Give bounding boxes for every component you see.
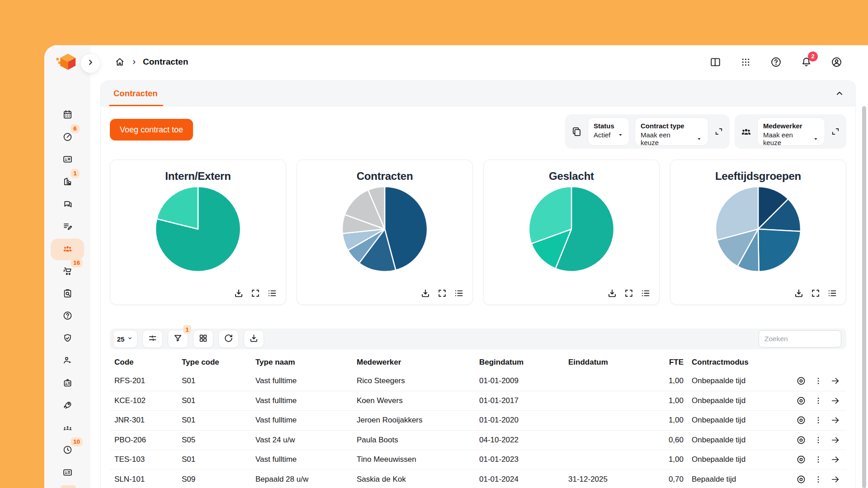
sidebar-item-contact-card[interactable] [51,462,84,484]
filter-select-status[interactable]: StatusActief [588,117,629,145]
notes-edit-icon [62,221,73,233]
refresh-button[interactable] [218,330,239,348]
row-actions [792,375,846,386]
row-arrow-right-icon[interactable] [830,375,841,386]
sidebar-item-clock-history[interactable]: 10 [51,440,84,462]
table-row[interactable]: KCE-102S01Vast fulltimeKoen Wevers01-01-… [110,391,846,411]
row-kebab-icon[interactable] [813,455,823,465]
row-kebab-icon[interactable] [813,474,823,484]
column-header-begindatum: Begindatum [479,358,568,367]
id-badge-icon [62,378,73,390]
sidebar-item-shield-check[interactable] [51,328,84,350]
filter-funnel-button[interactable]: 1 [168,330,188,348]
row-arrow-right-icon[interactable] [830,474,841,485]
row-kebab-icon[interactable] [813,396,823,406]
row-arrow-right-icon[interactable] [830,454,841,465]
expand-filter-icon[interactable] [714,127,724,136]
chart-title: Geslacht [484,170,659,183]
bell-icon[interactable]: 2 [800,56,812,68]
row-eye-target-icon[interactable] [796,375,807,386]
sidebar-count-badge: 16 [71,258,83,267]
row-eye-target-icon[interactable] [796,415,807,426]
row-arrow-right-icon[interactable] [830,435,841,446]
sidebar-item-chat-bubbles[interactable] [51,194,84,216]
chart-fullscreen-icon[interactable] [623,288,634,299]
sidebar-item-company-building[interactable]: 1 [51,172,84,193]
cell: Rico Steegers [357,376,479,385]
user-circle-icon[interactable] [830,56,843,68]
table-toolbar: 25 1 [110,328,846,349]
column-header-fte: FTE [657,358,688,367]
row-kebab-icon[interactable] [813,435,823,445]
filter-select-contract-type[interactable]: Contract typeMaak een keuze [635,117,708,145]
refresh-icon [223,333,234,345]
sidebar-count-badge: 1 [71,169,80,178]
split-view-icon[interactable] [709,56,722,68]
filter-group: StatusActiefContract typeMaak een keuze [565,114,730,149]
chart-download-icon[interactable] [793,288,804,299]
table-row[interactable]: TES-103S01Vast fulltimeTino Meeuwissen01… [110,450,846,469]
chart-list-legend-icon[interactable] [453,288,464,299]
sidebar-item-id-card[interactable] [51,149,84,171]
sidebar-expand-button[interactable] [80,53,100,73]
sidebar: 611610 [44,45,90,488]
chart-list-legend-icon[interactable] [640,288,651,299]
cell: 01-01-2017 [479,396,568,405]
cell: S01 [182,396,255,405]
expand-filter-icon[interactable] [830,127,840,136]
download-button[interactable] [244,330,264,348]
layout-grid-button[interactable] [193,330,213,348]
chart-download-icon[interactable] [233,288,244,299]
cell: KCE-102 [110,396,182,405]
sidebar-item-help-circle[interactable] [51,306,84,328]
home-icon[interactable] [114,56,125,67]
sidebar-item-org-group[interactable] [51,418,84,439]
table-row[interactable]: PBO-206S05Vast 24 u/wPaula Boots04-10-20… [110,430,846,450]
column-header-type-code: Type code [182,358,255,367]
cell: JNR-301 [110,416,182,425]
chart-download-icon[interactable] [607,288,618,299]
rocket-icon [62,400,73,412]
chart-list-legend-icon[interactable] [267,288,278,299]
cell: Vast fulltime [255,396,357,405]
table-row[interactable]: SLN-101S09Bepaald 28 u/wSaskia de Kok01-… [110,469,846,488]
cell: SLN-101 [110,475,182,484]
filter-groups: StatusActiefContract typeMaak een keuzeM… [565,114,846,149]
sidebar-item-dashboard-gauge[interactable]: 6 [51,127,84,149]
tab-contracten[interactable]: Contracten [113,81,158,106]
chart-fullscreen-icon[interactable] [437,288,448,299]
sidebar-item-id-badge[interactable] [51,373,84,394]
row-kebab-icon[interactable] [813,376,823,386]
add-contract-button[interactable]: Voeg contract toe [110,119,193,141]
vertical-scrollbar[interactable] [862,106,866,488]
row-kebab-icon[interactable] [813,415,823,425]
table-row[interactable]: RFS-201S01Vast fulltimeRico Steegers01-0… [110,371,846,391]
sidebar-item-shopping-cart[interactable]: 16 [51,261,84,283]
row-eye-target-icon[interactable] [796,454,807,465]
row-arrow-right-icon[interactable] [830,415,841,426]
sidebar-item-rocket[interactable] [51,395,84,417]
search-input[interactable] [759,330,841,347]
sidebar-item-clipboard-search[interactable] [51,283,84,305]
chart-fullscreen-icon[interactable] [810,288,821,299]
help-circle-icon[interactable] [770,56,782,68]
chart-fullscreen-icon[interactable] [250,288,261,299]
sidebar-item-user-direction[interactable] [51,351,84,372]
row-eye-target-icon[interactable] [796,395,807,406]
panel-collapse-button[interactable] [835,89,844,99]
chart-list-legend-icon[interactable] [827,288,838,299]
filter-select-medewerker[interactable]: MedewerkerMaak een keuze [757,117,825,145]
row-arrow-right-icon[interactable] [830,395,841,406]
row-eye-target-icon[interactable] [796,435,807,446]
page-size-select[interactable]: 25 [113,330,137,348]
apps-grid-icon[interactable] [740,56,752,68]
download-icon [249,333,259,345]
sidebar-item-team-people[interactable] [51,239,84,260]
row-eye-target-icon[interactable] [796,474,807,485]
sidebar-item-calendar[interactable] [51,104,84,126]
table-row[interactable]: JNR-301S01Vast fulltimeJeroen Rooijakker… [110,410,846,430]
sidebar-item-notes-edit[interactable] [51,216,84,238]
chart-download-icon[interactable] [420,288,431,299]
column-settings-button[interactable] [142,330,163,348]
cell: 1,00 [657,455,688,464]
